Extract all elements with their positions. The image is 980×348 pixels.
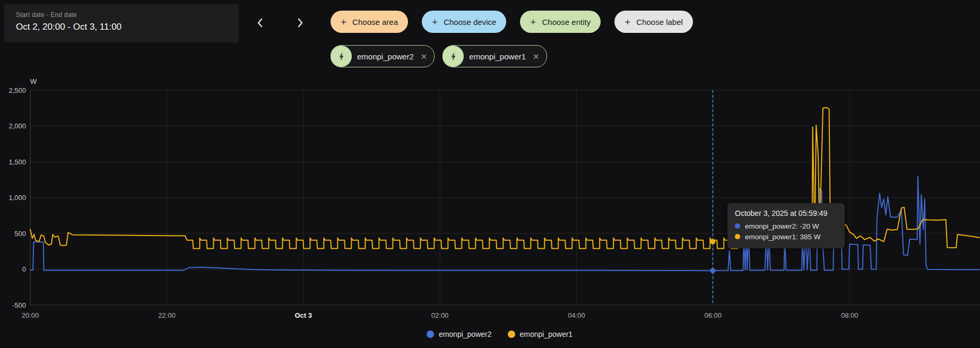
tooltip-value: emonpi_power1: 385 W — [745, 233, 821, 241]
chart-tooltip: October 3, 2025 at 05:59:49 emonpi_power… — [727, 203, 845, 248]
hover-marker-emonpi_power2 — [710, 268, 715, 273]
x-tick-label: 04:00 — [568, 311, 585, 319]
date-range-label: Start date - End date — [16, 11, 227, 19]
x-tick-label: 08:00 — [841, 311, 858, 319]
tooltip-row: emonpi_power2: -20 W — [735, 221, 837, 231]
choose-device-chip[interactable]: + Choose device — [422, 11, 506, 33]
chevron-right-icon — [296, 18, 305, 28]
choose-device-label: Choose device — [444, 18, 496, 27]
entity-chip-label: emonpi_power1 — [469, 52, 526, 61]
chevron-left-icon — [256, 18, 264, 28]
legend-label: emonpi_power1 — [520, 330, 573, 338]
date-range-value: Oct 2, 20:00 - Oct 3, 11:00 — [16, 22, 227, 32]
y-tick-label: 2,000 — [8, 122, 26, 130]
series-color-dot — [735, 234, 740, 239]
choose-entity-chip[interactable]: + Choose entity — [520, 11, 601, 33]
choose-label-chip[interactable]: + Choose label — [614, 11, 693, 33]
y-axis-unit: W — [30, 77, 37, 85]
legend-label: emonpi_power2 — [439, 330, 492, 338]
next-period-button[interactable] — [290, 12, 311, 33]
choose-area-chip[interactable]: + Choose area — [331, 11, 408, 33]
series-color-dot — [735, 223, 740, 229]
x-tick-label: 22:00 — [158, 311, 176, 319]
legend-item-emonpi-power2[interactable]: emonpi_power2 — [427, 330, 492, 338]
x-tick-label: 06:00 — [705, 311, 722, 319]
plus-icon: + — [432, 17, 438, 27]
entity-chip-emonpi-power1[interactable]: emonpi_power1 ✕ — [443, 45, 547, 67]
date-range-picker[interactable]: Start date - End date Oct 2, 20:00 - Oct… — [4, 4, 239, 42]
hover-marker-emonpi_power1 — [710, 239, 715, 245]
y-tick-label: 2,500 — [8, 86, 26, 94]
y-tick-label: 0 — [22, 265, 26, 273]
x-tick-label: Oct 3 — [294, 311, 312, 319]
lightning-bolt-icon — [443, 46, 464, 67]
choose-entity-label: Choose entity — [542, 18, 591, 27]
x-tick-label: 20:00 — [22, 311, 39, 319]
choose-area-label: Choose area — [352, 18, 398, 27]
tooltip-row: emonpi_power1: 385 W — [735, 231, 837, 242]
y-tick-label: 1,000 — [8, 194, 26, 202]
y-tick-label: -500 — [12, 301, 26, 309]
plus-icon: + — [625, 17, 630, 27]
tooltip-timestamp: October 3, 2025 at 05:59:49 — [735, 209, 837, 218]
chart-legend: emonpi_power2 emonpi_power1 — [10, 330, 980, 338]
filter-chip-row: + Choose area + Choose device + Choose e… — [331, 11, 693, 33]
lightning-bolt-icon — [331, 46, 352, 67]
close-icon[interactable]: ✕ — [421, 53, 428, 60]
plus-icon: + — [341, 17, 346, 27]
entity-chip-emonpi-power2[interactable]: emonpi_power2 ✕ — [331, 45, 435, 67]
tooltip-value: emonpi_power2: -20 W — [745, 222, 819, 230]
choose-label-label: Choose label — [636, 18, 683, 27]
legend-color-dot — [427, 330, 434, 338]
previous-period-button[interactable] — [249, 12, 271, 33]
plus-icon: + — [530, 17, 536, 27]
entity-chip-label: emonpi_power2 — [357, 52, 414, 61]
y-tick-label: 1,500 — [8, 158, 26, 166]
legend-item-emonpi-power1[interactable]: emonpi_power1 — [508, 330, 573, 338]
close-icon[interactable]: ✕ — [533, 53, 540, 60]
x-tick-label: 02:00 — [431, 311, 449, 319]
y-tick-label: 500 — [14, 230, 26, 238]
history-page: { "header": { "date_picker": {"label": "… — [0, 0, 980, 348]
legend-color-dot — [508, 330, 515, 338]
selected-entity-row: emonpi_power2 ✕ emonpi_power1 ✕ — [331, 45, 547, 67]
